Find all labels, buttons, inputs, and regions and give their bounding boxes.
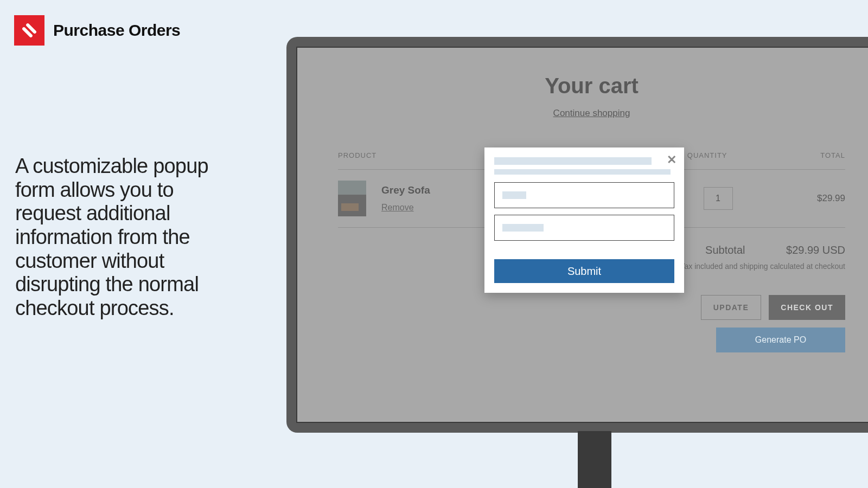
col-total: TOTAL xyxy=(755,151,845,170)
popup-title-placeholder xyxy=(494,157,652,165)
col-product: PRODUCT xyxy=(338,151,381,170)
marketing-copy: A customizable popup form allows you to … xyxy=(15,155,243,320)
quantity-input[interactable] xyxy=(704,187,733,210)
subtotal-label: Subtotal xyxy=(705,244,745,256)
brand-logo-icon xyxy=(14,15,44,46)
subtotal-value: $29.99 USD xyxy=(786,244,845,256)
product-image xyxy=(338,181,366,216)
remove-link[interactable]: Remove xyxy=(381,203,414,212)
popup-subtitle-placeholder xyxy=(494,169,671,175)
monitor-stand xyxy=(578,431,611,488)
checkout-button[interactable]: CHECK OUT xyxy=(769,295,845,320)
generate-po-button[interactable]: Generate PO xyxy=(716,328,845,352)
popup-input-2[interactable] xyxy=(494,215,674,241)
brand-header: Purchase Orders xyxy=(14,15,180,46)
line-price: $29.99 xyxy=(755,170,845,228)
update-button[interactable]: UPDATE xyxy=(701,295,762,320)
popup-form: ✕ Submit xyxy=(484,147,684,293)
continue-shopping-link[interactable]: Continue shopping xyxy=(338,108,845,119)
monitor-frame: Your cart Continue shopping PRODUCT QUAN… xyxy=(286,37,868,433)
close-icon[interactable]: ✕ xyxy=(667,153,676,167)
screen: Your cart Continue shopping PRODUCT QUAN… xyxy=(296,47,868,423)
submit-button[interactable]: Submit xyxy=(494,259,674,283)
popup-input-1[interactable] xyxy=(494,182,674,208)
cart-title: Your cart xyxy=(338,74,845,98)
brand-title: Purchase Orders xyxy=(53,21,180,40)
